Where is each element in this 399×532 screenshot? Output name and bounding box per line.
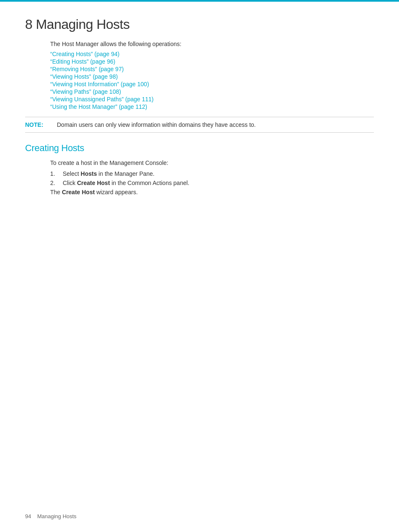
page-container: 8 Managing Hosts The Host Manager allows… — [0, 0, 399, 532]
step-1-content: Select Hosts in the Manager Pane. — [63, 170, 374, 177]
intro-text: The Host Manager allows the following op… — [50, 41, 374, 47]
step-1: 1. Select Hosts in the Manager Pane. — [50, 170, 374, 177]
toc-list: “Creating Hosts” (page 94) “Editing Host… — [50, 51, 374, 110]
step2-sub-bold: Create Host — [62, 189, 95, 195]
step-2-text-before: Click — [63, 180, 77, 186]
step-2-num: 2. — [50, 180, 63, 186]
note-label: NOTE: — [25, 121, 50, 128]
note-text: Domain users can only view information w… — [57, 121, 256, 128]
toc-link-creating[interactable]: “Creating Hosts” (page 94) — [50, 51, 374, 57]
toc-link-unassigned[interactable]: “Viewing Unassigned Paths” (page 111) — [50, 96, 374, 103]
section-title: Creating Hosts — [25, 143, 374, 154]
chapter-title: 8 Managing Hosts — [25, 17, 374, 32]
steps-list: 1. Select Hosts in the Manager Pane. 2. … — [50, 170, 374, 186]
step-2-content: Click Create Host in the Common Actions … — [63, 180, 374, 186]
step-2-text-after: in the Common Actions panel. — [110, 180, 189, 186]
step2-sub-after: wizard appears. — [95, 189, 138, 195]
toc-link-paths[interactable]: “Viewing Paths” (page 108) — [50, 88, 374, 95]
top-border — [0, 0, 399, 2]
footer-text: Managing Hosts — [37, 513, 77, 519]
step-2-bold: Create Host — [77, 180, 110, 186]
step2-sub-before: The — [50, 189, 62, 195]
footer-page-num: 94 — [25, 513, 31, 519]
step-1-text-after: in the Manager Pane. — [97, 170, 155, 177]
step-1-num: 1. — [50, 170, 63, 177]
step-1-bold: Hosts — [81, 170, 97, 177]
step-2-substep: The Create Host wizard appears. — [50, 189, 374, 195]
section-intro: To create a host in the Management Conso… — [50, 159, 374, 166]
toc-link-viewing[interactable]: “Viewing Hosts” (page 98) — [50, 73, 374, 80]
page-footer: 94 Managing Hosts — [25, 513, 77, 519]
step-2: 2. Click Create Host in the Common Actio… — [50, 180, 374, 186]
chapter-number: 8 — [25, 17, 32, 32]
chapter-title-text: Managing Hosts — [36, 17, 130, 32]
toc-link-editing[interactable]: “Editing Hosts” (page 96) — [50, 58, 374, 65]
toc-link-viewing-info[interactable]: “Viewing Host Information” (page 100) — [50, 81, 374, 87]
toc-link-using[interactable]: “Using the Host Manager” (page 112) — [50, 103, 374, 110]
step-1-text-before: Select — [63, 170, 81, 177]
toc-link-removing[interactable]: “Removing Hosts” (page 97) — [50, 66, 374, 72]
note-box: NOTE: Domain users can only view informa… — [25, 117, 374, 133]
